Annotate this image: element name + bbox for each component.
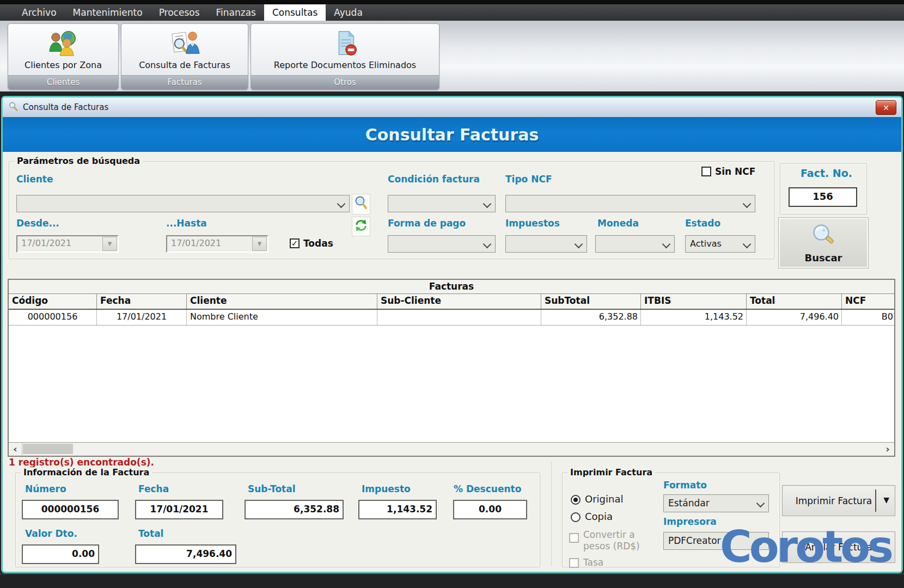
desde-label: Desde... (16, 218, 59, 229)
cell-total[interactable]: 7,496.40 (747, 310, 842, 325)
tipo-ncf-combobox[interactable] (505, 195, 755, 212)
ribbon-button-label: Reporte Documentos Eliminados (274, 60, 416, 70)
cell-sub-cliente[interactable] (377, 310, 541, 325)
facturas-table[interactable]: Facturas Código Fecha Cliente Sub-Client… (8, 279, 895, 457)
hasta-dropdown-arrow-icon[interactable]: ▼ (252, 237, 267, 251)
fact-no-input[interactable]: 156 (789, 187, 857, 207)
cell-subtotal[interactable]: 6,352.88 (541, 310, 641, 325)
imprimir-factura-button[interactable]: Imprimir Factura ▼ (782, 485, 895, 516)
split-arrow-icon[interactable]: ▼ (883, 495, 889, 504)
records-found-status: 1 registro(s) encontrado(s). (9, 457, 154, 468)
consulta-facturas-button[interactable]: Consulta de Facturas (121, 24, 248, 75)
column-header-cliente[interactable]: Cliente (187, 294, 377, 309)
window-title-bar[interactable]: Consulta de Facturas ✕ (3, 97, 901, 117)
cell-codigo[interactable]: 000000156 (9, 310, 97, 325)
todas-checkbox[interactable]: ✓ (290, 238, 300, 248)
fact-no-label: Fact. No. (801, 167, 852, 179)
reporte-documentos-eliminados-button[interactable]: Reporte Documentos Eliminados (251, 24, 439, 75)
clients-globe-icon (48, 28, 78, 59)
table-title: Facturas (9, 280, 894, 294)
clientes-por-zona-button[interactable]: Clientes por Zona (8, 24, 118, 75)
table-row[interactable]: 000000156 17/01/2021 Nombre Cliente 6,35… (9, 310, 894, 326)
buscar-button[interactable]: Buscar (779, 218, 868, 268)
column-header-total[interactable]: Total (747, 294, 842, 309)
client-search-button[interactable] (352, 194, 370, 215)
menu-bar: Archivo Mantenimiento Procesos Finanzas … (0, 4, 904, 21)
search-params-title: Parámetros de búsqueda (14, 156, 143, 166)
numero-field[interactable]: 000000156 (22, 500, 119, 519)
desde-dropdown-arrow-icon[interactable]: ▼ (102, 237, 117, 251)
cell-cliente[interactable]: Nombre Cliente (187, 310, 377, 325)
column-header-ncf[interactable]: NCF (842, 294, 894, 309)
formato-combobox[interactable]: Estándar (663, 494, 769, 512)
window-title: Consulta de Facturas (23, 102, 108, 112)
condicion-factura-label: Condición factura (388, 174, 480, 185)
hasta-datepicker[interactable]: 17/01/2021 ▼ (166, 235, 268, 253)
impuesto-field[interactable]: 1,143.52 (358, 500, 437, 519)
cell-fecha[interactable]: 17/01/2021 (97, 310, 187, 325)
descuento-label: % Descuento (454, 483, 521, 494)
impresora-label: Impresora (663, 516, 717, 527)
impuestos-label: Impuestos (505, 218, 560, 229)
column-header-fecha[interactable]: Fecha (97, 294, 187, 309)
search-magnifier-icon (811, 223, 836, 252)
condicion-factura-combobox[interactable] (388, 195, 496, 212)
ribbon-group-facturas: Consulta de Facturas Facturas (121, 23, 248, 90)
desde-value: 17/01/2021 (21, 238, 71, 248)
menu-item-procesos[interactable]: Procesos (151, 4, 208, 21)
sin-ncf-checkbox[interactable] (701, 167, 711, 176)
numero-label: Número (25, 483, 66, 494)
fecha-field[interactable]: 17/01/2021 (135, 500, 223, 519)
document-delete-icon (330, 28, 361, 59)
descuento-field[interactable]: 0.00 (453, 500, 527, 519)
invoice-info-title: Información de la Factura (21, 467, 152, 477)
cliente-label: Cliente (16, 174, 53, 185)
copia-radio[interactable] (571, 512, 581, 522)
imprimir-factura-label: Imprimir Factura (796, 495, 872, 506)
desde-datepicker[interactable]: 17/01/2021 ▼ (16, 235, 119, 253)
sub-total-field[interactable]: 6,352.88 (245, 500, 344, 519)
menu-item-ayuda[interactable]: Ayuda (326, 4, 371, 21)
formato-value: Estándar (668, 498, 710, 509)
estado-combobox[interactable]: Activas (685, 235, 755, 253)
section-divider (551, 461, 552, 566)
column-header-codigo[interactable]: Código (9, 294, 97, 309)
total-field[interactable]: 7,496.40 (135, 544, 236, 564)
scroll-left-icon[interactable]: ‹ (9, 443, 22, 455)
valor-dto-field[interactable]: 0.00 (22, 544, 99, 564)
menu-item-archivo[interactable]: Archivo (14, 4, 65, 21)
column-header-itbis[interactable]: ITBIS (641, 294, 747, 309)
menu-item-finanzas[interactable]: Finanzas (208, 4, 264, 21)
table-header-row[interactable]: Código Fecha Cliente Sub-Cliente SubTota… (9, 294, 894, 310)
scroll-right-icon[interactable]: › (881, 443, 894, 455)
sub-total-label: Sub-Total (248, 483, 296, 494)
moneda-combobox[interactable] (595, 235, 675, 253)
horizontal-scrollbar[interactable]: ‹ › (9, 442, 894, 456)
cell-ncf[interactable]: B01 (842, 310, 894, 325)
formato-label: Formato (663, 480, 707, 491)
tasa-checkbox[interactable] (569, 558, 579, 568)
original-radio[interactable] (571, 495, 581, 505)
menu-item-mantenimiento[interactable]: Mantenimiento (65, 4, 151, 21)
cell-itbis[interactable]: 1,143.52 (641, 310, 747, 325)
forma-pago-combobox[interactable] (388, 235, 496, 253)
impuestos-combobox[interactable] (505, 235, 587, 253)
estado-label: Estado (685, 218, 720, 229)
refresh-button[interactable] (352, 217, 370, 236)
column-header-subtotal[interactable]: SubTotal (541, 294, 641, 309)
chevron-down-icon (743, 200, 752, 209)
convertir-pesos-checkbox[interactable] (569, 533, 579, 543)
column-header-sub-cliente[interactable]: Sub-Cliente (377, 294, 541, 309)
watermark: Corotos (720, 522, 891, 572)
chevron-down-icon (483, 200, 492, 209)
cliente-combobox[interactable] (16, 195, 350, 212)
screen: Archivo Mantenimiento Procesos Finanzas … (0, 0, 904, 588)
close-button[interactable]: ✕ (876, 100, 896, 115)
estado-value: Activas (690, 238, 722, 249)
ribbon-button-label: Clientes por Zona (25, 60, 102, 70)
buscar-label: Buscar (805, 252, 842, 264)
ribbon-button-label: Consulta de Facturas (139, 60, 230, 70)
menu-item-consultas[interactable]: Consultas (264, 4, 326, 21)
scrollbar-thumb[interactable] (23, 444, 73, 454)
tasa-label: Tasa (583, 557, 603, 568)
